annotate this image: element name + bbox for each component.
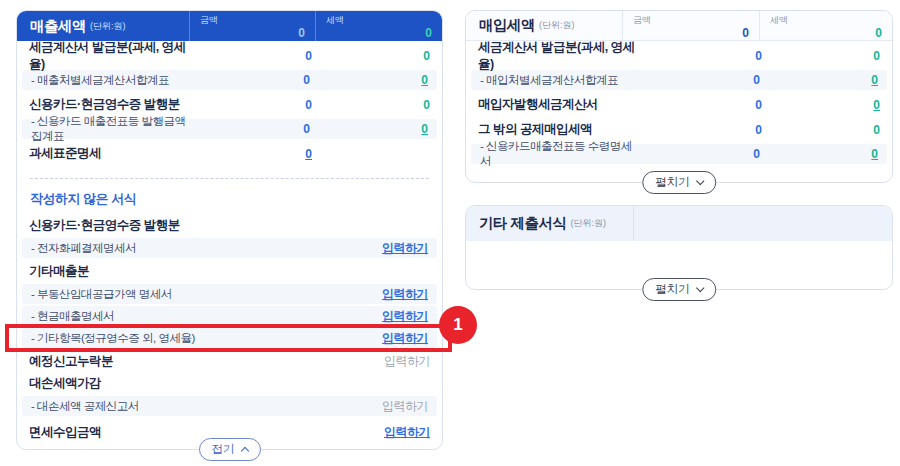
row-label: 그 밖의 공제매입세액 (478, 121, 644, 138)
row-label: - 매출처별세금계산서합계표 (31, 73, 192, 88)
tax-value-link[interactable]: 0 (310, 122, 428, 136)
item-other-items-highlighted: - 기타항목(정규영수증 외, 영세율) 입력하기 1 (22, 328, 437, 348)
purchase-amount-total: 0 (742, 27, 749, 39)
purchase-tax-total: 0 (875, 27, 882, 39)
amount-value-link[interactable]: 0 (194, 147, 312, 161)
item-label: - 부동산임대공급가액 명세서 (31, 287, 382, 302)
row-label: 세금계산서 발급분(과세, 영세율) (478, 39, 644, 73)
sales-amount-total: 0 (298, 27, 305, 39)
step-1-badge: 1 (439, 306, 477, 344)
tax-value: 0 (312, 98, 430, 112)
expand-button-other-forms[interactable]: 펼치기 (642, 278, 716, 301)
unit-label: (단위:원) (571, 217, 607, 230)
chevron-up-icon (240, 447, 248, 455)
enter-link[interactable]: 입력하기 (382, 308, 428, 325)
amount-value: 0 (644, 49, 762, 63)
chevron-down-icon (696, 284, 704, 292)
expand-label: 펼치기 (655, 282, 690, 297)
purchase-tax-panel: 매입세액 (단위:원) 금액 0 세액 0 세금계산서 발급분(과세, 영세율)… (465, 10, 893, 183)
tax-value-link[interactable]: 0 (760, 147, 878, 161)
purchase-rows: 세금계산서 발급분(과세, 영세율) 0 0 - 매입처별세금계산서합계표 0 … (466, 41, 892, 164)
unwritten-forms-title: 작성하지 않은 서식 (17, 179, 442, 214)
tax-value: 0 (312, 49, 430, 63)
item-cash-sales-statement: - 현금매출명세서 입력하기 (22, 306, 437, 326)
panel-title: 기타 제출서식 (479, 214, 567, 233)
row-tax-invoice-issued: 세금계산서 발급분(과세, 영세율) 0 0 (466, 43, 892, 68)
other-forms-panel: 기타 제출서식 (단위:원) 펼치기 (465, 205, 893, 290)
unit-label: (단위:원) (90, 20, 126, 33)
enter-link-disabled: 입력하기 (384, 353, 430, 370)
row-card-slip-receipt-statement: - 신용카드매출전표등 수령명세서 0 0 (471, 144, 887, 164)
item-bad-debt-deduction-report: - 대손세액 공제신고서 입력하기 (22, 396, 437, 416)
enter-link[interactable]: 입력하기 (382, 240, 428, 257)
row-label: 세금계산서 발급분(과세, 영세율) (29, 39, 194, 73)
vat-return-summary-page: 매출세액 (단위:원) 금액 0 세액 0 세금계산서 발급분(과세, 영세율)… (0, 0, 900, 466)
group-label: 신용카드·현금영수증 발행분 (29, 217, 430, 234)
row-label: 과세표준명세 (29, 145, 194, 162)
row-purchase-invoice-sum-table: - 매입처별세금계산서합계표 0 0 (471, 70, 887, 90)
enter-link[interactable]: 입력하기 (382, 330, 428, 347)
collapse-button[interactable]: 접기 (199, 438, 261, 461)
amount-column-label: 금액 (200, 14, 305, 27)
group-expected-return-omission: 예정신고누락분 입력하기 (17, 350, 442, 372)
item-label: - 대손세액 공제신고서 (31, 399, 382, 414)
group-label: 대손세액가감 (29, 375, 430, 392)
group-bad-debt-adjustment: 대손세액가감 (17, 372, 442, 394)
tax-column-header: 세액 0 (759, 11, 892, 40)
amount-column-header: 금액 0 (622, 11, 759, 40)
collapse-label: 접기 (212, 442, 235, 457)
group-other-sales: 기타매출분 (17, 260, 442, 282)
purchase-tax-title: 매입세액 (단위:원) (466, 11, 622, 40)
sales-rows: 세금계산서 발급분(과세, 영세율) 0 0 - 매출처별세금계산서합계표 0 … (17, 41, 442, 166)
sales-tax-panel: 매출세액 (단위:원) 금액 0 세액 0 세금계산서 발급분(과세, 영세율)… (16, 10, 443, 450)
tax-column-label: 세액 (770, 14, 882, 27)
row-card-slip-issue-sum-table: - 신용카드 매출전표등 발행금액집계표 0 0 (22, 119, 437, 139)
item-electronic-payment-statement: - 전자화폐결제명세서 입력하기 (22, 238, 437, 258)
item-real-estate-rental-statement: - 부동산임대공급가액 명세서 입력하기 (22, 284, 437, 304)
amount-value: 0 (194, 49, 312, 63)
other-forms-title: 기타 제출서식 (단위:원) (466, 206, 633, 241)
amount-value: 0 (192, 122, 310, 136)
panel-title: 매입세액 (479, 16, 535, 35)
expand-button-purchase[interactable]: 펼치기 (642, 171, 716, 194)
purchase-tax-header: 매입세액 (단위:원) 금액 0 세액 0 (466, 11, 892, 41)
chevron-down-icon (696, 177, 704, 185)
amount-value: 0 (194, 98, 312, 112)
amount-value: 0 (642, 73, 760, 87)
other-forms-header: 기타 제출서식 (단위:원) (466, 206, 892, 241)
item-label: - 기타항목(정규영수증 외, 영세율) (31, 331, 382, 346)
unit-label: (단위:원) (539, 19, 575, 32)
expand-label: 펼치기 (655, 175, 690, 190)
tax-column-label: 세액 (326, 14, 432, 27)
amount-column-header: 금액 0 (189, 11, 315, 41)
row-label: - 매입처별세금계산서합계표 (480, 73, 642, 88)
enter-link-disabled: 입력하기 (382, 398, 428, 415)
row-sales-invoice-sum-table: - 매출처별세금계산서합계표 0 0 (22, 70, 437, 90)
sales-tax-total: 0 (425, 27, 432, 39)
row-tax-invoice-issued: 세금계산서 발급분(과세, 영세율) 0 0 (17, 43, 442, 68)
group-label: 예정신고누락분 (29, 353, 384, 370)
tax-value-link[interactable]: 0 (310, 73, 428, 87)
enter-link[interactable]: 입력하기 (384, 424, 430, 441)
sales-tax-header: 매출세액 (단위:원) 금액 0 세액 0 (17, 11, 442, 41)
tax-value-link[interactable]: 0 (760, 73, 878, 87)
tax-value: 0 (762, 49, 880, 63)
amount-value: 0 (192, 73, 310, 87)
enter-link[interactable]: 입력하기 (382, 286, 428, 303)
tax-value-link[interactable]: 0 (762, 98, 880, 112)
tax-value: 0 (762, 123, 880, 137)
panel-title: 매출세액 (30, 17, 86, 36)
sales-tax-title: 매출세액 (단위:원) (17, 11, 189, 41)
amount-value: 0 (644, 123, 762, 137)
group-card-cash-receipt: 신용카드·현금영수증 발행분 (17, 214, 442, 236)
tax-column-header: 세액 0 (315, 11, 442, 41)
amount-value: 0 (642, 147, 760, 161)
row-tax-base-detail: 과세표준명세 0 (17, 141, 442, 166)
row-buyer-issued-tax-invoice: 매입자발행세금계산서 0 0 (466, 92, 892, 117)
group-label: 기타매출분 (29, 263, 430, 280)
row-label: - 신용카드 매출전표등 발행금액집계표 (31, 114, 192, 144)
item-label: - 전자화폐결제명세서 (31, 241, 382, 256)
row-label: - 신용카드매출전표등 수령명세서 (480, 139, 642, 169)
row-label: 신용카드·현금영수증 발행분 (29, 96, 194, 113)
amount-column-label: 금액 (633, 14, 749, 27)
